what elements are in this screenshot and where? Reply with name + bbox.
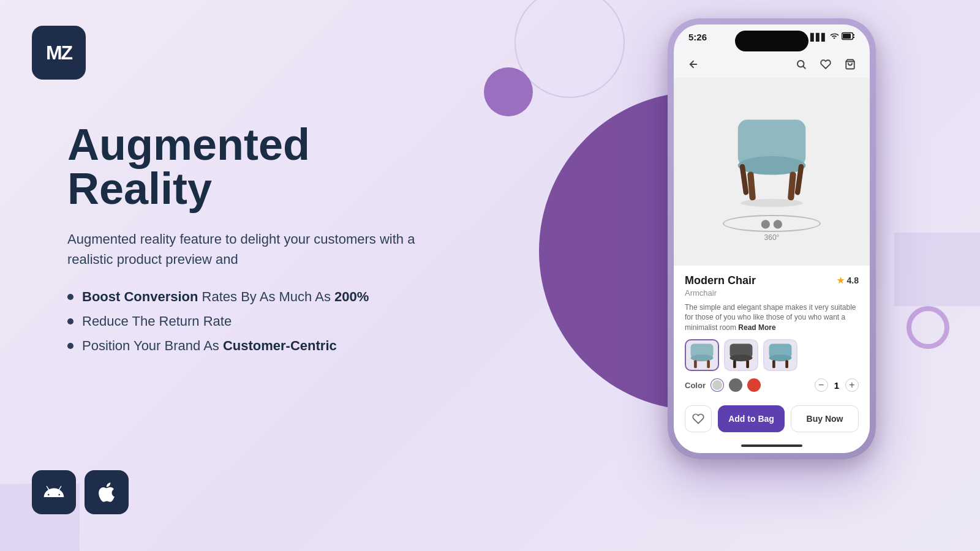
bullet-dot-3 [67,343,74,349]
search-icon[interactable] [793,56,810,73]
svg-point-18 [730,354,753,361]
quantity-control: − 1 + [815,378,859,392]
color-section: Color [685,378,761,392]
action-bar: Add to Bag Buy Now [674,399,870,441]
signal-icon: ▋▋▋ [810,33,827,42]
phone-mockup: 5:26 ▋▋▋ [668,18,876,459]
svg-rect-3 [843,34,851,39]
bullet-text-3: Position Your Brand As Customer-Centric [82,338,337,354]
color-option-1[interactable] [710,378,724,392]
chair-image [717,101,827,211]
home-bar [674,441,870,453]
quantity-increase-button[interactable]: + [845,378,859,392]
subtitle: Augmented reality feature to delight you… [67,229,447,269]
home-indicator [741,444,802,447]
bg-ring-right [907,306,949,349]
left-content: Augmented Reality Augmented reality feat… [67,122,447,362]
topbar-right-icons [793,56,859,73]
list-item: Boost Conversion Rates By As Much As 200… [67,289,447,305]
ar-ellipse: ⬤ ⬤ [723,215,821,232]
product-info: Modern Chair ★ 4.8 Armchair The simple a… [674,266,870,399]
product-rating: ★ 4.8 [837,276,859,285]
cart-icon[interactable] [842,56,859,73]
color-quantity-row: Color − 1 + [685,378,859,392]
store-badges [32,470,129,514]
bg-circle-small-top [484,67,533,116]
svg-rect-23 [772,360,775,368]
list-item: Position Your Brand As Customer-Centric [67,338,447,354]
bullet-list: Boost Conversion Rates By As Much As 200… [67,289,447,354]
star-icon: ★ [837,276,845,285]
wishlist-icon[interactable] [817,56,834,73]
ios-badge[interactable] [85,470,129,514]
thumbnail-1[interactable] [685,339,719,371]
ar-dots: ⬤ ⬤ [761,219,783,228]
svg-point-12 [741,199,803,208]
android-icon [42,481,66,504]
battery-icon [842,32,855,42]
svg-rect-16 [707,360,710,368]
back-button[interactable] [685,56,702,73]
svg-rect-19 [733,360,736,368]
android-badge[interactable] [32,470,76,514]
quantity-decrease-button[interactable]: − [815,378,828,392]
bullet-dot-2 [67,318,74,324]
thumbnail-3[interactable] [763,339,797,371]
svg-rect-20 [746,360,749,368]
list-item: Reduce The Return Rate [67,313,447,329]
add-to-bag-button[interactable]: Add to Bag [718,405,785,432]
status-time: 5:26 [688,32,707,42]
bg-rect-right [894,233,980,306]
product-image-area: ⬤ ⬤ 360° [674,78,870,266]
product-name: Modern Chair [685,274,756,287]
apple-icon [95,481,118,504]
chair-svg [720,104,824,208]
color-label: Color [685,381,706,390]
buy-now-button[interactable]: Buy Now [791,405,859,432]
status-bar: 5:26 ▋▋▋ [674,24,870,45]
thumb-chair-3 [764,340,796,370]
color-option-2[interactable] [729,378,742,392]
bullet-text-2: Reduce The Return Rate [82,313,232,329]
wifi-icon [830,32,839,42]
thumb-chair-1 [686,340,718,370]
thumbnail-2[interactable] [724,339,758,371]
svg-rect-15 [694,360,697,368]
quantity-value: 1 [834,380,839,391]
thumb-chair-2 [725,340,757,370]
logo[interactable]: MZ [32,26,86,80]
bullet-dot-1 [67,294,74,300]
bullet-text-1: Boost Conversion Rates By As Much As 200… [82,289,369,305]
svg-rect-9 [788,171,796,200]
ar-360-indicator: ⬤ ⬤ 360° [723,215,821,242]
ar-label: 360° [764,233,780,242]
product-category: Armchair [685,288,859,298]
product-header: Modern Chair ★ 4.8 [685,274,859,287]
svg-point-7 [738,156,806,175]
read-more-link[interactable]: Read More [738,323,775,332]
status-icons: ▋▋▋ [810,32,855,42]
svg-point-22 [769,354,792,361]
main-title: Augmented Reality [67,122,447,211]
phone-inner: 5:26 ▋▋▋ [674,24,870,453]
svg-rect-24 [785,360,788,368]
svg-point-14 [691,354,714,361]
logo-text: MZ [46,42,72,64]
app-topbar [674,51,870,78]
product-description: The simple and elegant shape makes it ve… [685,302,859,333]
heart-icon [692,413,704,425]
svg-rect-8 [747,171,756,200]
color-option-3[interactable] [747,378,761,392]
dynamic-island [735,31,809,51]
product-thumbnails [685,339,859,371]
wishlist-button[interactable] [685,405,712,432]
phone-outer: 5:26 ▋▋▋ [668,18,876,459]
rating-value: 4.8 [847,276,859,285]
